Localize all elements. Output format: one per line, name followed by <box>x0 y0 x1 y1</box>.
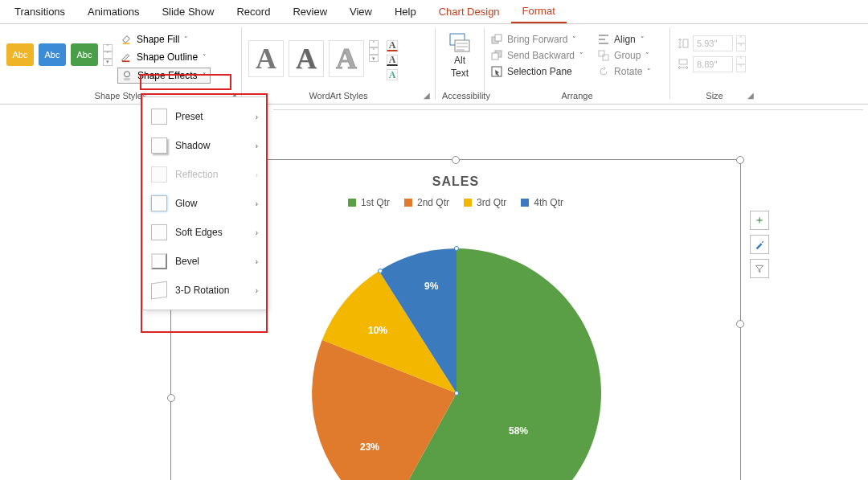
style-gallery-scroll[interactable]: ˄˅▾ <box>103 44 113 66</box>
effects-bevel[interactable]: Bevel› <box>143 247 266 276</box>
chart-filters-button[interactable] <box>750 259 769 278</box>
effects-icon <box>121 70 133 81</box>
bring-forward-button[interactable]: Bring Forward˅ <box>491 34 583 45</box>
svg-rect-13 <box>683 39 688 47</box>
wordart-style-1[interactable]: A <box>248 40 284 77</box>
effects-reflection: Reflection› <box>143 160 266 189</box>
bring-forward-icon <box>491 34 502 45</box>
chart-styles-button[interactable] <box>750 235 769 254</box>
shape-style-preset-green[interactable]: Abc <box>71 43 98 66</box>
effects-3d-rotation[interactable]: 3-D Rotation› <box>143 276 266 305</box>
legend-marker-q3 <box>464 199 472 207</box>
group-label: Group <box>614 50 641 61</box>
group-label-size: Size <box>677 89 752 104</box>
wordart-style-3[interactable]: A <box>329 40 364 77</box>
chart-elements-button[interactable]: ＋ <box>750 211 769 230</box>
data-label-q3[interactable]: 10% <box>368 325 387 336</box>
wordart-launcher[interactable]: ◢ <box>424 91 433 101</box>
width-value[interactable]: 8.89" <box>693 56 733 72</box>
data-label-q4[interactable]: 9% <box>424 281 438 292</box>
legend-q1[interactable]: 1st Qtr <box>348 197 390 208</box>
width-icon <box>677 58 690 71</box>
rotate-button[interactable]: Rotate˅ <box>598 66 651 77</box>
text-outline-button[interactable]: A <box>387 55 398 66</box>
rotate-label: Rotate <box>614 66 642 77</box>
preset-label: Preset <box>175 111 248 122</box>
width-spinner[interactable]: ˄˅ <box>736 56 746 72</box>
effects-preset[interactable]: Preset› <box>143 102 266 131</box>
legend-marker-q1 <box>348 199 356 207</box>
wordart-style-2[interactable]: A <box>289 40 324 77</box>
tab-record[interactable]: Record <box>225 1 281 23</box>
shape-effects-button[interactable]: Shape Effects˅ <box>117 68 211 84</box>
effects-glow[interactable]: Glow› <box>143 189 266 218</box>
legend-marker-q2 <box>404 199 412 207</box>
tab-format[interactable]: Format <box>511 0 567 23</box>
send-backward-button[interactable]: Send Backward˅ <box>491 50 583 61</box>
slide-edge-top <box>273 109 863 110</box>
effects-shadow[interactable]: Shadow› <box>143 131 266 160</box>
shape-outline-button[interactable]: Shape Outline˅ <box>117 50 211 64</box>
legend-q2[interactable]: 2nd Qtr <box>404 197 449 208</box>
slice-handle[interactable] <box>454 391 459 396</box>
tab-transitions[interactable]: Transitions <box>3 1 76 23</box>
tab-slide-show[interactable]: Slide Show <box>150 1 225 23</box>
svg-point-3 <box>124 78 131 81</box>
tab-animations[interactable]: Animations <box>76 1 150 23</box>
alt-text-label-1: Alt <box>454 55 465 66</box>
legend-label-q1: 1st Qtr <box>361 197 390 208</box>
tab-chart-design[interactable]: Chart Design <box>428 1 511 23</box>
tab-review[interactable]: Review <box>281 1 338 23</box>
group-label-wordart: WordArt Styles <box>248 89 428 104</box>
align-label: Align <box>614 34 636 45</box>
data-label-q2[interactable]: 23% <box>360 441 379 453</box>
text-effects-button[interactable]: A <box>387 69 398 80</box>
shape-style-preset-yellow[interactable]: Abc <box>6 43 34 66</box>
send-backward-icon <box>491 50 502 61</box>
slice-handle[interactable] <box>454 246 459 251</box>
height-value[interactable]: 5.93" <box>693 35 733 51</box>
reflection-icon <box>151 166 167 183</box>
svg-point-2 <box>125 72 130 77</box>
effects-soft-edges[interactable]: Soft Edges› <box>143 218 266 247</box>
selection-pane-button[interactable]: Selection Pane <box>491 66 583 77</box>
width-input-row[interactable]: 8.89" ˄˅ <box>677 56 746 72</box>
legend-q4[interactable]: 4th Qtr <box>521 197 563 208</box>
legend-q3[interactable]: 3rd Qtr <box>464 197 506 208</box>
slice-handle[interactable] <box>378 269 383 273</box>
svg-rect-7 <box>495 35 502 41</box>
align-button[interactable]: Align˅ <box>598 34 651 45</box>
alt-text-icon <box>448 32 471 53</box>
shape-effects-menu: Preset› Shadow› Reflection› Glow› Soft E… <box>142 96 267 310</box>
group-icon <box>598 50 609 61</box>
selection-pane-label: Selection Pane <box>507 66 572 77</box>
chart-side-tools: ＋ <box>750 211 769 278</box>
height-spinner[interactable]: ˄˅ <box>736 35 746 51</box>
ribbon-tabs: Transitions Animations Slide Show Record… <box>0 0 868 24</box>
pie-chart[interactable]: 58% 23% 10% 9% <box>312 248 601 480</box>
svg-rect-14 <box>679 59 687 64</box>
pen-outline-icon <box>121 51 132 63</box>
ribbon: Abc Abc Abc ˄˅▾ Shape Fill˅ <box>0 24 868 105</box>
soft-edges-label: Soft Edges <box>175 227 248 238</box>
chart-handle-ml[interactable] <box>167 394 175 402</box>
data-label-q1[interactable]: 58% <box>509 425 528 437</box>
shape-fill-button[interactable]: Shape Fill˅ <box>117 32 211 47</box>
paint-bucket-icon <box>121 34 132 45</box>
bring-forward-label: Bring Forward <box>507 34 567 45</box>
wordart-gallery-scroll[interactable]: ˄˅▾ <box>369 40 379 62</box>
alt-text-button[interactable]: Alt Text <box>448 27 471 79</box>
reflection-label: Reflection <box>175 169 248 180</box>
legend-label-q4: 4th Qtr <box>534 197 563 208</box>
tab-view[interactable]: View <box>338 1 383 23</box>
size-launcher[interactable]: ◢ <box>747 91 757 101</box>
group-button[interactable]: Group˅ <box>598 50 651 61</box>
shadow-label: Shadow <box>175 140 248 151</box>
rotation-3d-icon <box>151 281 167 300</box>
text-fill-button[interactable]: A <box>387 40 398 51</box>
shape-style-preset-blue[interactable]: Abc <box>39 43 66 66</box>
tab-help[interactable]: Help <box>383 1 428 23</box>
glow-icon <box>151 195 167 211</box>
height-input-row[interactable]: 5.93" ˄˅ <box>677 35 746 51</box>
group-label-accessibility: Accessibility <box>442 89 477 104</box>
